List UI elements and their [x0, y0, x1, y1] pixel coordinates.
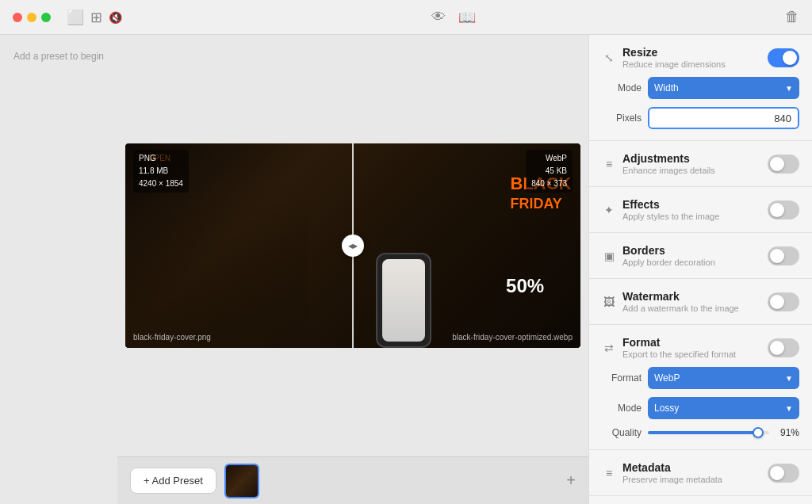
adjustments-subtitle: Enhance images details	[622, 166, 715, 175]
pixels-label: Pixels	[602, 113, 642, 124]
adjustments-toggle-thumb	[770, 157, 784, 171]
effects-title-row: ✦ Effects Apply styles to the image	[602, 198, 719, 221]
borders-header: ▣ Borders Apply border decoration	[602, 244, 799, 267]
mode-select[interactable]: Width ▼	[648, 77, 799, 99]
effects-toggle[interactable]	[768, 200, 799, 220]
bottom-bar: + Add Preset +	[117, 456, 588, 504]
resize-icon: ⤡	[602, 52, 616, 64]
effects-icon: ✦	[602, 204, 616, 216]
right-panel: ⤡ Resize Reduce image dimensions Mode	[588, 35, 812, 504]
mute-icon[interactable]: 🔇	[109, 11, 122, 24]
resize-toggle-track	[768, 48, 799, 67]
format-title: Format	[622, 336, 736, 349]
adjustments-section: ≡ Adjustments Enhance images details	[589, 141, 812, 187]
watermark-title: Watermark	[622, 290, 739, 303]
watermark-title-row: 🖼 Watermark Add a watermark to the image	[602, 290, 739, 313]
metadata-header: ≡ Metadata Preserve image metadata	[602, 461, 799, 484]
watermark-toggle-thumb	[770, 295, 784, 309]
main-layout: Add a preset to begin BLACKFRIDAY 50% OP…	[0, 35, 812, 504]
preview-icon[interactable]: 👁	[431, 9, 446, 26]
metadata-section: ≡ Metadata Preserve image metadata	[589, 450, 812, 496]
format-format-row: Format WebP ▼	[602, 367, 799, 389]
canvas-column: BLACKFRIDAY 50% OPEN	[117, 35, 588, 504]
minimize-button[interactable]	[27, 13, 36, 22]
borders-subtitle: Apply border decoration	[622, 258, 715, 267]
format-section: ⇄ Format Export to the specified format …	[589, 325, 812, 450]
add-more-icon[interactable]: +	[566, 472, 576, 490]
format-mode-row: Mode Lossy ▼	[602, 397, 799, 419]
compare-handle[interactable]: ◀▶	[342, 235, 364, 257]
format-toggle-track	[768, 338, 799, 357]
adjustments-toggle[interactable]	[768, 155, 799, 174]
maximize-button[interactable]	[41, 13, 51, 22]
borders-toggle-track	[768, 246, 799, 265]
pixels-input[interactable]: 840	[648, 107, 799, 129]
metadata-title: Metadata	[622, 461, 722, 474]
resize-header: ⤡ Resize Reduce image dimensions	[602, 46, 799, 69]
quality-slider[interactable]	[648, 431, 769, 434]
thumbnail-item[interactable]	[224, 464, 259, 498]
resize-toggle[interactable]	[768, 48, 799, 67]
slider-track	[648, 431, 769, 434]
borders-toggle-thumb	[770, 249, 784, 263]
metadata-toggle-thumb	[770, 466, 784, 480]
metadata-toggle[interactable]	[768, 464, 799, 483]
adjustments-header: ≡ Adjustments Enhance images details	[602, 152, 799, 175]
borders-section: ▣ Borders Apply border decoration	[589, 233, 812, 279]
adjustments-title-row: ≡ Adjustments Enhance images details	[602, 152, 715, 175]
effects-title: Effects	[622, 198, 719, 211]
watermark-toggle-track	[768, 292, 799, 311]
compare-icon[interactable]: 📖	[458, 9, 476, 26]
format-select[interactable]: WebP ▼	[648, 367, 799, 389]
resize-title: Resize	[622, 46, 726, 59]
format-title-row: ⇄ Format Export to the specified format	[602, 336, 736, 359]
format-toggle[interactable]	[768, 338, 799, 357]
metadata-title-row: ≡ Metadata Preserve image metadata	[602, 461, 722, 484]
quality-row: Quality 91%	[602, 427, 799, 438]
add-preset-button[interactable]: + Add Preset	[130, 468, 216, 494]
format-toggle-thumb	[770, 341, 784, 355]
grid-view-icon[interactable]: ⊞	[90, 9, 102, 26]
effects-section: ✦ Effects Apply styles to the image	[589, 187, 812, 233]
format-mode-wrapper: Lossy ▼	[648, 397, 799, 419]
filename-right: black-friday-cover-optimized.webp	[452, 333, 573, 342]
effects-header: ✦ Effects Apply styles to the image	[602, 198, 799, 221]
borders-title-row: ▣ Borders Apply border decoration	[602, 244, 715, 267]
titlebar-right: 🗑	[785, 9, 799, 25]
adjustments-icon: ≡	[602, 158, 616, 170]
metadata-icon: ≡	[602, 467, 616, 479]
mode-select-wrapper: Width ▼	[648, 77, 799, 99]
watermark-section: 🖼 Watermark Add a watermark to the image	[589, 279, 812, 325]
borders-toggle[interactable]	[768, 246, 799, 265]
format-icon: ⇄	[602, 342, 616, 354]
sidebar-toggle-icon[interactable]: ⬜	[67, 9, 84, 26]
mode-label: Mode	[602, 82, 642, 94]
format-mode-select[interactable]: Lossy ▼	[648, 397, 799, 419]
effects-toggle-thumb	[770, 203, 784, 217]
format-mode-label: Mode	[602, 403, 642, 414]
effects-toggle-track	[768, 200, 799, 220]
watermark-toggle[interactable]	[768, 292, 799, 311]
watermark-subtitle: Add a watermark to the image	[622, 304, 739, 313]
image-compare[interactable]: BLACKFRIDAY 50% OPEN	[125, 143, 580, 348]
titlebar-left: ⬜ ⊞ 🔇	[13, 9, 122, 26]
resize-title-row: ⤡ Resize Reduce image dimensions	[602, 46, 726, 69]
rename-section: ✏ Rename Rename exported images	[589, 496, 812, 504]
image-left-label: PNG 11.8 MB 4240 × 1854	[133, 150, 189, 193]
slider-thumb[interactable]	[753, 427, 764, 438]
close-button[interactable]	[13, 13, 22, 22]
thumbnail-image	[226, 465, 258, 497]
format-label: Format	[602, 372, 642, 384]
thumbnail-strip	[224, 464, 559, 498]
watermark-icon: 🖼	[602, 296, 616, 308]
effects-subtitle: Apply styles to the image	[622, 212, 719, 221]
format-header: ⇄ Format Export to the specified format	[602, 336, 799, 359]
resize-toggle-thumb	[783, 51, 797, 65]
slider-fill	[648, 431, 758, 434]
image-right-label: WebP 45 KB 840 × 373	[526, 150, 573, 193]
watermark-header: 🖼 Watermark Add a watermark to the image	[602, 290, 799, 313]
format-subtitle: Export to the specified format	[622, 349, 736, 359]
trash-icon[interactable]: 🗑	[785, 9, 799, 25]
canvas-area: BLACKFRIDAY 50% OPEN	[117, 35, 588, 456]
adjustments-toggle-track	[768, 155, 799, 174]
